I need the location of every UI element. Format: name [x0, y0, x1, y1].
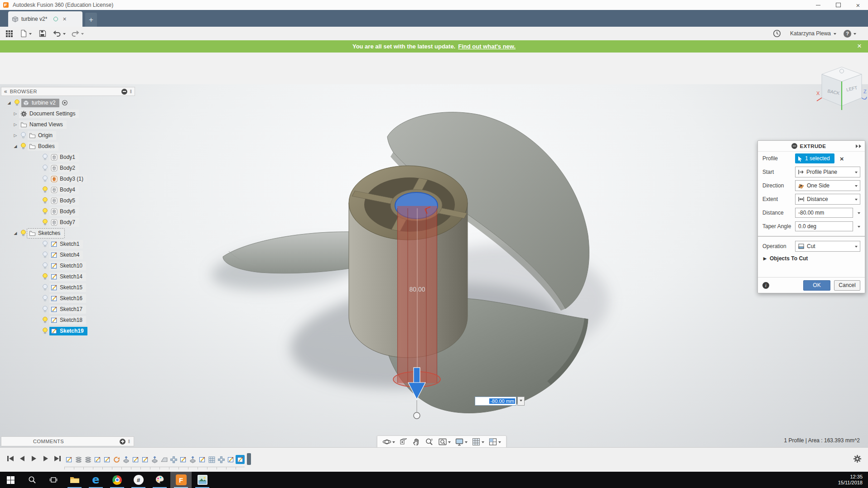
- tree-row-sketch17[interactable]: Sketch17: [1, 304, 138, 315]
- job-status-button[interactable]: [773, 29, 781, 38]
- undo-button[interactable]: [53, 29, 66, 38]
- tree-row-bodies[interactable]: ◢Bodies: [1, 141, 138, 152]
- redo-button[interactable]: [71, 29, 84, 38]
- tree-row-sketch4[interactable]: Sketch4: [1, 249, 138, 260]
- close-button[interactable]: ×: [848, 0, 868, 10]
- tree-row-sketch10[interactable]: Sketch10: [1, 260, 138, 271]
- tree-row-origin[interactable]: ▷Origin: [1, 130, 138, 141]
- collapse-panel-icon[interactable]: «: [4, 89, 7, 94]
- taskbar-clock[interactable]: 12:35 15/11/2018: [838, 472, 868, 488]
- operation-dropdown[interactable]: Cut: [795, 241, 860, 252]
- expander-closed-icon[interactable]: ▷: [12, 133, 19, 138]
- search-button[interactable]: [21, 472, 43, 488]
- distance-input[interactable]: -80.00 mm: [795, 208, 853, 218]
- tree-row-sketch1[interactable]: Sketch1: [1, 239, 138, 249]
- canvas-distance-input[interactable]: -80.00 mm: [475, 397, 516, 406]
- tree-row-body1[interactable]: Body1: [1, 152, 138, 163]
- visibility-bulb-icon[interactable]: [41, 175, 49, 182]
- tree-row-sketch14[interactable]: Sketch14: [1, 271, 138, 282]
- circular-pattern-feature-icon[interactable]: [217, 455, 226, 464]
- tree-row-sketch18[interactable]: Sketch18: [1, 315, 138, 325]
- tree-row-body6[interactable]: Body6: [1, 206, 138, 217]
- fusion-360-button[interactable]: F: [170, 472, 192, 488]
- view-cube[interactable]: BACK LEFT X Z: [815, 64, 868, 112]
- expander-open-icon[interactable]: ◢: [12, 144, 19, 148]
- cancel-button[interactable]: Cancel: [834, 280, 860, 291]
- extrude-feature-icon[interactable]: [188, 455, 197, 464]
- pan-tool[interactable]: [411, 437, 422, 446]
- visibility-bulb-icon[interactable]: [41, 306, 49, 313]
- distance-dropdown-icon[interactable]: [858, 212, 860, 215]
- sketch-feature-icon[interactable]: [131, 455, 140, 464]
- tree-row-body5[interactable]: Body5: [1, 195, 138, 206]
- visibility-bulb-icon[interactable]: [41, 316, 49, 324]
- rectangular-pattern-feature-icon[interactable]: [207, 455, 216, 464]
- visibility-bulb-icon[interactable]: [41, 295, 49, 302]
- display-settings-tool[interactable]: [453, 437, 469, 446]
- visibility-bulb-icon[interactable]: [19, 143, 28, 150]
- visibility-bulb-icon[interactable]: [41, 208, 49, 215]
- zoom-tool[interactable]: ±: [424, 437, 435, 446]
- app-grid-icon[interactable]: [5, 29, 13, 38]
- visibility-bulb-icon[interactable]: [41, 251, 49, 258]
- new-tab-button[interactable]: +: [85, 13, 97, 27]
- start-menu-button[interactable]: [0, 472, 21, 488]
- sketch-feature-icon[interactable]: [102, 455, 111, 464]
- file-explorer-button[interactable]: [64, 472, 85, 488]
- help-menu[interactable]: ?: [844, 29, 856, 38]
- visibility-bulb-icon[interactable]: [41, 240, 49, 248]
- tab-close-icon[interactable]: ×: [63, 16, 66, 22]
- step-back-button[interactable]: [17, 453, 27, 464]
- banner-link[interactable]: Find out what's new.: [458, 43, 516, 50]
- account-menu[interactable]: Katarzyna Plewa: [790, 29, 836, 38]
- extrude-feature-icon[interactable]: [150, 455, 159, 464]
- look-at-tool[interactable]: [398, 437, 410, 446]
- visibility-bulb-icon[interactable]: [41, 197, 49, 204]
- taper-dropdown-icon[interactable]: [858, 226, 860, 229]
- visibility-bulb-icon[interactable]: [13, 99, 21, 106]
- extent-dropdown[interactable]: Distance: [795, 194, 860, 205]
- tree-row-body7[interactable]: Body7: [1, 217, 138, 228]
- comments-drag-handle[interactable]: ‖: [128, 439, 130, 444]
- save-button[interactable]: [39, 29, 46, 38]
- clear-selection-icon[interactable]: ×: [840, 155, 844, 163]
- dialog-expand-icon[interactable]: [856, 144, 861, 148]
- revolve-feature-icon[interactable]: [112, 455, 121, 464]
- sketch-feature-icon[interactable]: [93, 455, 102, 464]
- profile-selection-chip[interactable]: 1 selected: [795, 153, 834, 163]
- tree-row-body3-1[interactable]: Body3 (1): [1, 173, 138, 184]
- go-to-start-button[interactable]: [5, 453, 15, 464]
- viewports-tool[interactable]: [487, 437, 502, 446]
- sketch-feature-icon[interactable]: [178, 455, 188, 464]
- tree-row-turbine-v2[interactable]: ◢turbine v2: [1, 97, 138, 108]
- canvas-distance-dropdown-icon[interactable]: [517, 397, 525, 406]
- circular-pattern-feature-icon[interactable]: [169, 455, 178, 464]
- tree-row-body2[interactable]: Body2: [1, 163, 138, 173]
- sketch-feature-icon[interactable]: [64, 455, 73, 464]
- file-menu-button[interactable]: [20, 29, 32, 38]
- timeline-track[interactable]: [64, 467, 245, 469]
- visibility-bulb-icon[interactable]: [41, 153, 49, 161]
- banner-close-icon[interactable]: ×: [857, 42, 862, 51]
- visibility-bulb-icon[interactable]: [41, 164, 49, 172]
- coil-feature-icon[interactable]: [74, 455, 83, 464]
- visibility-bulb-icon[interactable]: [41, 219, 49, 226]
- grid-settings-tool[interactable]: [470, 437, 486, 446]
- visibility-bulb-icon[interactable]: [41, 262, 49, 269]
- chamfer-feature-icon[interactable]: [159, 455, 169, 464]
- sketch-feature-icon[interactable]: [236, 455, 245, 464]
- play-button[interactable]: [29, 453, 39, 464]
- fit-tool[interactable]: [437, 437, 452, 446]
- tree-row-named-views[interactable]: ▷Named Views: [1, 119, 138, 130]
- hash-app-button[interactable]: #: [128, 472, 149, 488]
- timeline-position-marker[interactable]: [247, 453, 251, 465]
- info-icon[interactable]: i: [762, 282, 769, 289]
- ok-button[interactable]: OK: [803, 280, 830, 291]
- sketch-feature-icon[interactable]: [198, 455, 207, 464]
- activate-component-icon[interactable]: [62, 100, 68, 106]
- visibility-bulb-icon[interactable]: [41, 284, 49, 291]
- sketch-feature-icon[interactable]: [226, 455, 235, 464]
- minimize-button[interactable]: [808, 0, 828, 10]
- dialog-header[interactable]: EXTRUDE: [758, 141, 865, 152]
- dialog-minimize-icon[interactable]: [791, 143, 797, 149]
